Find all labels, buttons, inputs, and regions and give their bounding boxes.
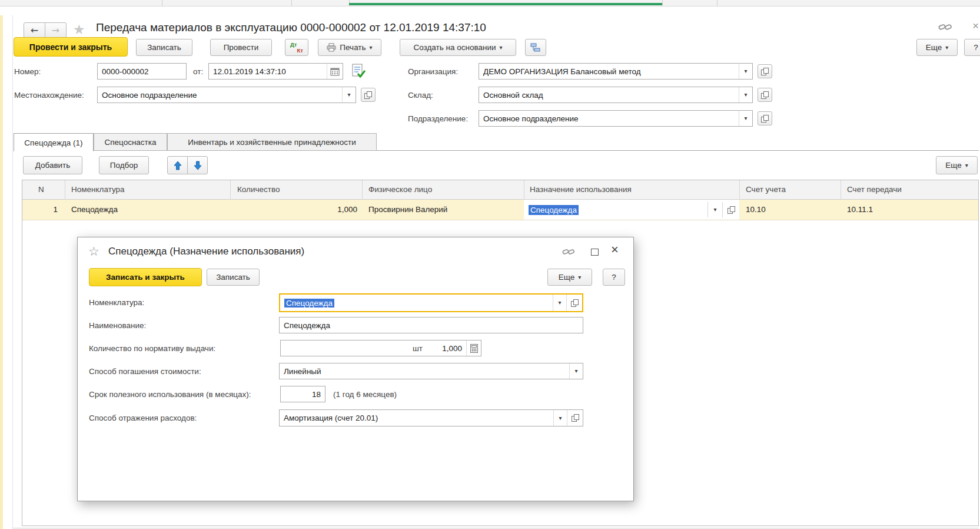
create-based-on-label: Создать на основании <box>413 43 496 52</box>
window-left-border <box>12 15 13 528</box>
chevron-down-icon[interactable]: ▾ <box>553 410 567 426</box>
dlg-nomenclature-open-button[interactable] <box>566 295 582 311</box>
dialog-save-button[interactable]: Записать <box>207 269 260 286</box>
dialog-help-label: ? <box>612 273 616 282</box>
warehouse-open-button[interactable] <box>758 88 772 102</box>
chevron-down-icon: ▾ <box>713 207 716 213</box>
warehouse-field[interactable]: Основной склад ▾ <box>479 87 753 103</box>
usage-cell-editor[interactable]: Спецодежда ▾ <box>524 200 739 220</box>
dtkt-postings-button[interactable]: Дт Кт <box>285 39 308 56</box>
tab-spetsosnastka[interactable]: Спецоснастка <box>94 133 167 151</box>
report-structure-button[interactable] <box>525 39 546 56</box>
back-arrow-icon: ← <box>31 25 38 36</box>
form-help-button[interactable]: ? <box>964 39 980 56</box>
dialog-more-button[interactable]: Еще ▾ <box>547 269 592 286</box>
dialog-favorite-star-icon[interactable]: ☆ <box>88 244 99 259</box>
dlg-expense-method-field[interactable]: Амортизация (счет 20.01) ▾ <box>279 409 583 426</box>
table-header-row: N Номенклатура Количество Физическое лиц… <box>22 180 978 200</box>
location-open-button[interactable] <box>361 88 376 102</box>
dialog-save-label: Записать <box>216 273 250 282</box>
create-based-on-button[interactable]: Создать на основании ▾ <box>400 39 516 56</box>
add-row-button[interactable]: Добавить <box>23 156 82 174</box>
active-window-tab-indicator[interactable] <box>349 3 662 5</box>
page-title: Передача материалов в эксплуатацию 0000-… <box>96 21 486 34</box>
pick-button[interactable]: Подбор <box>99 156 149 174</box>
cell-nomenclature[interactable]: Спецодежда <box>71 205 118 214</box>
col-header-usage[interactable]: Назначение использования <box>530 185 632 194</box>
cell-n[interactable]: 1 <box>28 205 58 214</box>
favorite-star-icon[interactable]: ★ <box>73 22 85 37</box>
calculator-icon[interactable] <box>466 340 481 356</box>
post-button[interactable]: Провести <box>210 39 272 56</box>
tab-inventar[interactable]: Инвентарь и хозяйственные принадлежности <box>167 133 377 151</box>
dlg-name-label: Наименование: <box>89 321 146 330</box>
dlg-writeoff-method-field[interactable]: Линейный ▾ <box>279 363 583 379</box>
date-field[interactable]: 12.01.2019 14:37:10 <box>208 63 343 80</box>
col-header-quantity[interactable]: Количество <box>237 185 280 194</box>
form-more-button[interactable]: Еще ▾ <box>916 39 958 56</box>
organization-field[interactable]: ДЕМО ОРГАНИЗАЦИЯ Балансовый метод ▾ <box>479 63 753 80</box>
dlg-expense-method-label: Способ отражения расходов: <box>89 414 197 422</box>
cell-quantity[interactable]: 1,000 <box>237 205 357 214</box>
table-row[interactable]: 1 Спецодежда 1,000 Просвирнин Валерий Сп… <box>22 200 978 220</box>
chevron-down-icon: ▾ <box>965 163 968 168</box>
organization-open-button[interactable] <box>758 64 772 78</box>
tab-label: Спецоснастка <box>104 138 156 147</box>
col-header-account[interactable]: Счет учета <box>746 185 786 194</box>
col-header-transfer-account[interactable]: Счет передачи <box>847 185 902 194</box>
dlg-nomenclature-field[interactable]: Спецодежда ▾ <box>279 293 583 312</box>
dlg-expense-method-value: Амортизация (счет 20.01) <box>280 414 553 422</box>
post-and-close-button[interactable]: Провести и закрыть <box>14 37 128 57</box>
tab-divider <box>162 0 162 6</box>
chevron-down-icon[interactable]: ▾ <box>739 111 752 126</box>
usage-open-button[interactable] <box>722 202 739 217</box>
chevron-down-icon: ▾ <box>578 275 581 280</box>
nav-back-button[interactable]: ← <box>24 22 45 38</box>
dialog-maximize-icon[interactable] <box>591 247 599 258</box>
chevron-down-icon[interactable]: ▾ <box>569 363 583 379</box>
cell-transfer-account[interactable]: 10.11.1 <box>847 205 873 214</box>
dialog-save-and-close-button[interactable]: Записать и закрыть <box>89 268 202 286</box>
chevron-down-icon: ▾ <box>370 45 373 51</box>
calendar-icon[interactable] <box>327 64 343 79</box>
move-row-down-button[interactable] <box>187 156 208 174</box>
location-field[interactable]: Основное подразделение ▾ <box>97 87 356 103</box>
open-item-icon <box>761 68 769 75</box>
save-button[interactable]: Записать <box>136 39 192 56</box>
tab-divider <box>717 0 717 6</box>
col-header-nomenclature[interactable]: Номенклатура <box>71 185 125 194</box>
form-more-label: Еще <box>926 43 942 52</box>
chevron-down-icon[interactable]: ▾ <box>739 64 752 79</box>
dialog-link-icon[interactable] <box>562 247 575 256</box>
cell-account[interactable]: 10.10 <box>746 205 766 214</box>
dialog-close-icon[interactable]: × <box>611 242 619 257</box>
print-button[interactable]: Печать ▾ <box>318 39 381 56</box>
dlg-name-value: Спецодежда <box>284 321 330 330</box>
dlg-expense-method-open-button[interactable] <box>567 410 583 426</box>
window-close-icon[interactable]: × <box>972 19 979 32</box>
link-icon[interactable] <box>938 22 952 32</box>
department-open-button[interactable] <box>758 111 772 125</box>
dlg-useful-life-field[interactable]: 18 <box>280 386 325 402</box>
nav-forward-button[interactable]: → <box>45 22 67 38</box>
col-header-person[interactable]: Физическое лицо <box>368 185 432 194</box>
cell-person[interactable]: Просвирнин Валерий <box>368 205 447 214</box>
tab-spetsodezhda[interactable]: Спецодежда (1) <box>14 133 94 151</box>
dialog-help-button[interactable]: ? <box>603 269 625 286</box>
chevron-down-icon[interactable]: ▾ <box>553 295 566 311</box>
number-field[interactable]: 0000-000002 <box>97 63 187 80</box>
dlg-name-field[interactable]: Спецодежда <box>279 317 583 333</box>
col-header-n[interactable]: N <box>38 185 44 194</box>
move-row-up-button[interactable] <box>167 156 188 174</box>
dlg-quantity-field[interactable]: 1,000 <box>280 340 481 356</box>
warehouse-value: Основной склад <box>479 91 739 100</box>
dlg-nomenclature-value: Спецодежда <box>280 299 553 308</box>
chevron-down-icon[interactable]: ▾ <box>342 87 356 103</box>
organization-value: ДЕМО ОРГАНИЗАЦИЯ Балансовый метод <box>479 67 739 76</box>
department-field[interactable]: Основное подразделение ▾ <box>479 110 753 127</box>
dialog-title: Спецодежда (Назначение использования) <box>108 246 304 257</box>
chevron-down-icon[interactable]: ▾ <box>739 87 752 103</box>
usage-dropdown-button[interactable]: ▾ <box>707 202 722 217</box>
window-bottom-border <box>12 528 979 528</box>
list-more-button[interactable]: Еще ▾ <box>936 156 978 174</box>
